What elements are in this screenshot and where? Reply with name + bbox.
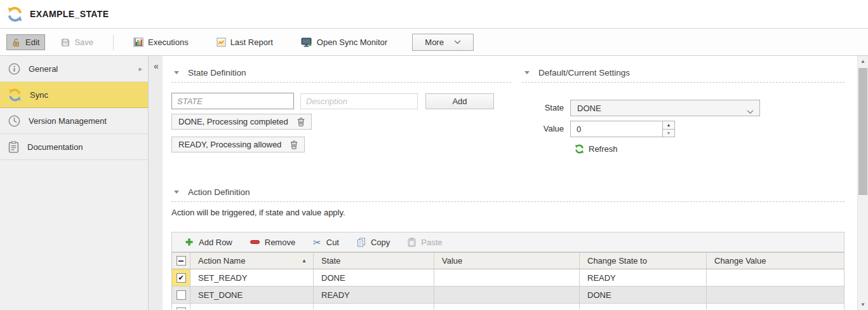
table-row[interactable]: SET_DONE READY DONE bbox=[171, 286, 845, 304]
value-input[interactable] bbox=[571, 121, 660, 137]
cell-value[interactable] bbox=[434, 286, 580, 304]
scissors-icon: ✂ bbox=[313, 238, 321, 247]
open-sync-monitor-button[interactable]: Open Sync Monitor bbox=[295, 34, 393, 51]
sidebar-item-sync[interactable]: Sync bbox=[0, 82, 148, 108]
chevron-down-icon bbox=[454, 40, 461, 44]
sidebar-item-documentation[interactable]: Documentation bbox=[0, 134, 148, 160]
section-divider bbox=[171, 82, 511, 83]
add-row-button[interactable]: Add Row bbox=[185, 238, 232, 247]
floppy-disk-icon bbox=[61, 38, 70, 47]
row-checkbox[interactable] bbox=[177, 290, 186, 300]
state-select[interactable]: DONE bbox=[570, 100, 760, 116]
collapse-triangle-icon bbox=[524, 71, 530, 74]
chevron-down-icon bbox=[747, 107, 754, 116]
paste-button[interactable]: Paste bbox=[408, 238, 442, 247]
delete-state-icon[interactable] bbox=[297, 118, 305, 126]
state-select-label: State bbox=[522, 100, 564, 116]
submenu-arrow-icon[interactable]: ▸ bbox=[138, 65, 142, 72]
refresh-button[interactable]: Refresh bbox=[575, 144, 618, 154]
save-button[interactable]: Save bbox=[55, 34, 99, 50]
clipboard-icon bbox=[408, 238, 416, 247]
minus-icon bbox=[250, 240, 260, 244]
action-definition-section-header[interactable]: Action Definition bbox=[174, 187, 250, 197]
cell-value[interactable] bbox=[434, 269, 580, 286]
scrollbar-thumb[interactable] bbox=[858, 68, 867, 195]
copy-icon bbox=[357, 238, 366, 247]
report-icon bbox=[217, 37, 226, 47]
cell-state[interactable]: DONE bbox=[314, 269, 434, 286]
edit-button[interactable]: Edit bbox=[6, 34, 45, 50]
state-input[interactable] bbox=[171, 93, 294, 109]
last-report-button[interactable]: Last Report bbox=[211, 34, 279, 50]
monitor-icon bbox=[301, 37, 312, 48]
description-input[interactable] bbox=[300, 93, 418, 109]
spinner-up-icon[interactable]: ▲ bbox=[663, 121, 674, 130]
collapse-triangle-icon bbox=[174, 71, 179, 74]
sidebar-collapse-strip: « bbox=[149, 56, 163, 310]
value-spinner: ▲ ▼ bbox=[570, 121, 675, 137]
clock-icon bbox=[8, 115, 20, 127]
executions-button[interactable]: Executions bbox=[128, 34, 194, 50]
section-divider bbox=[522, 82, 845, 83]
document-icon bbox=[8, 141, 19, 153]
column-header-change-value[interactable]: Change Value bbox=[707, 252, 845, 269]
remove-row-button[interactable]: Remove bbox=[250, 238, 295, 247]
column-header-value[interactable]: Value bbox=[434, 252, 580, 269]
header: EXAMPLE_STATE bbox=[0, 0, 868, 29]
vertical-scrollbar[interactable]: ▲ ▼ bbox=[857, 56, 868, 310]
row-checkbox[interactable] bbox=[177, 307, 186, 310]
unlock-icon bbox=[12, 38, 21, 47]
cut-button[interactable]: ✂ Cut bbox=[313, 238, 339, 247]
sync-icon bbox=[8, 88, 22, 102]
table-row[interactable]: SET_READY DONE READY bbox=[171, 269, 845, 286]
main-content: State Definition Add DONE, Processing co… bbox=[163, 56, 853, 310]
action-hint-text: Action will be triggered, if state and v… bbox=[171, 208, 345, 217]
sidebar-item-version-management[interactable]: Version Management bbox=[0, 108, 148, 134]
delete-state-icon[interactable] bbox=[290, 140, 298, 149]
section-title: State Definition bbox=[188, 68, 246, 78]
collapse-triangle-icon bbox=[174, 191, 179, 194]
cell-state[interactable]: READY bbox=[314, 286, 434, 304]
state-chip-done: DONE, Processing completed bbox=[171, 114, 312, 130]
main-toolbar: Edit Save bbox=[0, 29, 868, 56]
toolbar-separator bbox=[113, 35, 114, 50]
copy-button[interactable]: Copy bbox=[357, 238, 390, 247]
app-window: EXAMPLE_STATE Edit Save bbox=[0, 0, 868, 310]
plus-icon bbox=[185, 238, 194, 246]
cell-action-name[interactable]: SET_DONE bbox=[190, 286, 314, 304]
row-checkbox[interactable] bbox=[177, 273, 186, 283]
add-state-button[interactable]: Add bbox=[425, 93, 494, 109]
grid-toolbar: Add Row Remove ✂ Cut bbox=[171, 232, 845, 252]
value-field-label: Value bbox=[522, 121, 564, 137]
state-chip-ready: READY, Processing allowed bbox=[171, 137, 305, 152]
cell-change-value[interactable] bbox=[707, 286, 845, 304]
column-header-state[interactable]: State bbox=[314, 252, 434, 269]
table-row-partial[interactable] bbox=[171, 304, 845, 309]
default-settings-section-header[interactable]: Default/Current Settings bbox=[524, 68, 630, 78]
sidebar-item-general[interactable]: General ▸ bbox=[0, 56, 148, 82]
actions-table: Action Name ▲ State Value Change State t… bbox=[171, 252, 845, 309]
refresh-icon bbox=[575, 144, 584, 154]
spinner-down-icon[interactable]: ▼ bbox=[663, 130, 674, 137]
sort-ascending-icon: ▲ bbox=[302, 258, 307, 264]
section-title: Action Definition bbox=[188, 187, 250, 197]
cell-change-state-to[interactable]: DONE bbox=[580, 286, 707, 304]
sidebar: General ▸ Sync Version Managemen bbox=[0, 56, 149, 310]
section-title: Default/Current Settings bbox=[538, 68, 630, 78]
state-definition-section-header[interactable]: State Definition bbox=[174, 68, 246, 78]
more-dropdown-button[interactable]: More bbox=[412, 34, 474, 51]
select-all-checkbox[interactable] bbox=[177, 256, 186, 266]
state-select-value: DONE bbox=[577, 104, 601, 113]
table-header-row: Action Name ▲ State Value Change State t… bbox=[171, 252, 845, 269]
cell-change-state-to[interactable]: READY bbox=[580, 269, 707, 286]
page-title: EXAMPLE_STATE bbox=[30, 9, 109, 19]
scroll-up-icon[interactable]: ▲ bbox=[858, 58, 868, 64]
collapse-sidebar-button[interactable]: « bbox=[149, 56, 163, 71]
cell-action-name[interactable]: SET_READY bbox=[190, 269, 314, 286]
cell-change-value[interactable] bbox=[707, 269, 845, 286]
info-icon bbox=[8, 63, 20, 75]
column-header-action-name[interactable]: Action Name ▲ bbox=[190, 252, 314, 269]
scroll-down-icon[interactable]: ▼ bbox=[858, 302, 868, 307]
section-divider bbox=[171, 201, 845, 202]
column-header-change-state-to[interactable]: Change State to bbox=[580, 252, 707, 269]
